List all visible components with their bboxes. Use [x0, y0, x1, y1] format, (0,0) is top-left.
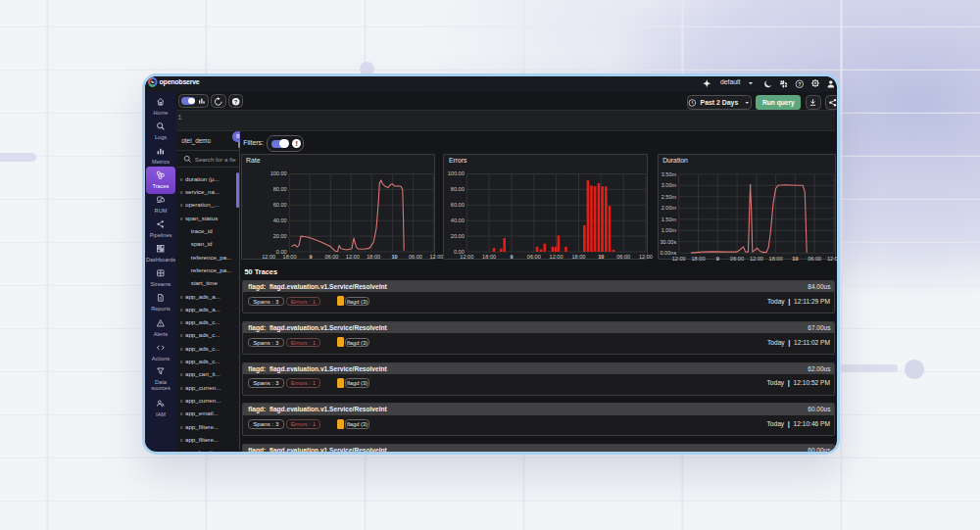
svg-text:12:00: 12:00: [750, 256, 763, 262]
svg-text:40.00: 40.00: [451, 217, 465, 223]
svg-text:9: 9: [511, 254, 514, 260]
svg-text:12:00: 12:00: [639, 254, 653, 260]
svg-text:30.00s: 30.00s: [660, 239, 676, 245]
svg-text:20.00: 20.00: [451, 233, 465, 239]
svg-text:12:00: 12:00: [262, 254, 275, 260]
svg-text:06:00: 06:00: [730, 256, 744, 262]
svg-text:9: 9: [309, 254, 312, 260]
svg-text:9: 9: [715, 256, 718, 262]
svg-text:?: ?: [234, 98, 237, 104]
svg-text:12:00: 12:00: [671, 256, 685, 262]
svg-text:80.00: 80.00: [272, 186, 286, 192]
svg-text:12:00: 12:00: [429, 254, 443, 260]
svg-text:18:00: 18:00: [691, 256, 705, 262]
svg-text:12:00: 12:00: [827, 256, 840, 262]
svg-text:12:00: 12:00: [550, 254, 564, 260]
svg-text:20.00: 20.00: [272, 233, 286, 239]
svg-text:06:00: 06:00: [808, 256, 821, 262]
svg-text:06:00: 06:00: [617, 254, 631, 260]
svg-text:18:00: 18:00: [768, 256, 782, 262]
svg-text:18:00: 18:00: [483, 254, 497, 260]
svg-text:100.00: 100.00: [448, 170, 465, 176]
svg-text:60.00: 60.00: [451, 202, 465, 208]
svg-text:40.00: 40.00: [272, 217, 286, 223]
svg-text:60.00: 60.00: [272, 202, 286, 208]
svg-text:1.50m: 1.50m: [661, 217, 676, 222]
svg-text:06:00: 06:00: [527, 254, 541, 260]
svg-text:100.00: 100.00: [270, 170, 286, 176]
svg-text:06:00: 06:00: [324, 254, 338, 260]
svg-text:3.50m: 3.50m: [661, 171, 676, 177]
svg-text:1.00m: 1.00m: [661, 227, 676, 233]
svg-text:2.50m: 2.50m: [661, 194, 676, 200]
svg-text:10: 10: [391, 254, 397, 260]
svg-text:12:00: 12:00: [461, 254, 474, 260]
svg-text:3.00m: 3.00m: [661, 182, 676, 188]
svg-text:18:00: 18:00: [572, 254, 586, 260]
svg-text:06:00: 06:00: [409, 254, 422, 260]
svg-text:10: 10: [599, 254, 605, 260]
svg-text:18:00: 18:00: [367, 254, 380, 260]
svg-text:?: ?: [798, 80, 801, 86]
svg-text:10: 10: [792, 256, 798, 262]
svg-text:12:00: 12:00: [345, 254, 359, 260]
svg-text:2.00m: 2.00m: [661, 205, 676, 211]
svg-text:80.00: 80.00: [451, 186, 465, 192]
svg-text:18:00: 18:00: [282, 254, 296, 260]
